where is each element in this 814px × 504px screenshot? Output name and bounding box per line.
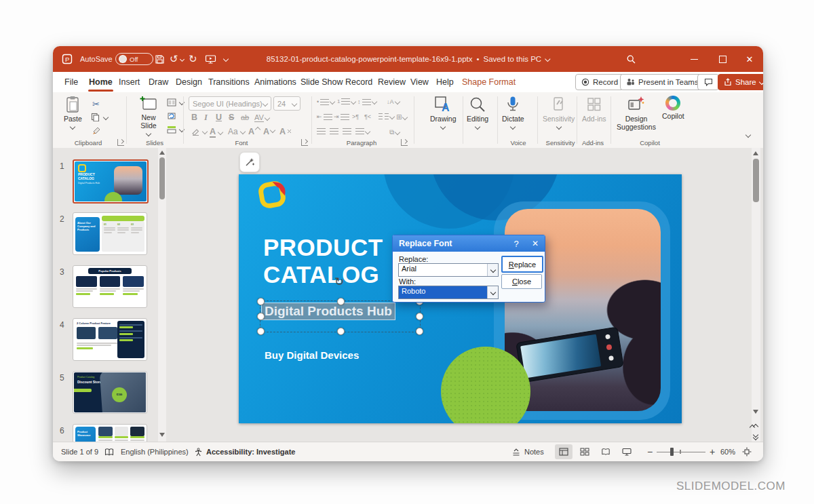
slide-sorter-view-button[interactable] [576, 444, 594, 459]
reset-slide-button[interactable] [167, 112, 176, 120]
zoom-out-button[interactable]: − [647, 442, 653, 461]
slide-logo[interactable] [259, 182, 285, 208]
slide-thumbnail-4[interactable]: 2 Column Product Feature [73, 318, 147, 361]
tab-file[interactable]: File [58, 72, 84, 92]
normal-view-button[interactable] [555, 444, 573, 459]
underline-button[interactable]: U [216, 113, 222, 122]
sensitivity-button[interactable]: Sensitivity [543, 96, 575, 129]
fit-slide-button[interactable] [742, 442, 752, 461]
paragraph-dialog-launcher[interactable] [401, 139, 408, 146]
line-spacing-button[interactable]: ↕ [357, 98, 376, 105]
bold-button[interactable]: B [191, 113, 197, 122]
slide-thumbnail-6[interactable]: Product Showcase [73, 424, 147, 442]
slideshow-view-button[interactable] [618, 444, 636, 459]
resize-handle-top-left[interactable] [257, 298, 265, 305]
slide-thumbnail-2[interactable]: About Our Company and Products 01 02 03 [73, 212, 147, 255]
scroll-up-icon[interactable] [159, 151, 165, 155]
dialog-close-button[interactable] [526, 239, 545, 248]
editor-scrollbar-thumb[interactable] [753, 159, 759, 202]
comments-button[interactable] [697, 74, 719, 90]
replace-button[interactable]: Replace [501, 256, 543, 273]
resize-handle-middle-right[interactable] [416, 313, 423, 320]
editor-scroll-up-icon[interactable] [753, 151, 758, 155]
resize-handle-bottom-left[interactable] [257, 328, 265, 335]
editor-scrollbar[interactable] [752, 148, 760, 442]
chevron-down-icon[interactable] [487, 286, 498, 298]
convert-to-smartart-button[interactable]: ⧉ [389, 128, 400, 136]
replace-font-combobox[interactable]: Arial [398, 263, 499, 277]
align-objects-button[interactable]: ⊞ [396, 113, 407, 121]
design-suggestions-button[interactable]: Design Suggestions [616, 96, 657, 131]
with-font-combobox[interactable]: Roboto [398, 286, 499, 299]
tab-shape-format[interactable]: Shape Format [456, 72, 522, 92]
document-title[interactable]: 85132-01-product-catalog-powerpoint-temp… [267, 46, 549, 72]
font-dialog-launcher[interactable] [301, 139, 308, 146]
justify-button[interactable] [355, 128, 370, 134]
close-button-dialog[interactable]: Close [501, 274, 542, 289]
editor-scroll-down-icon[interactable] [753, 410, 758, 414]
paste-button[interactable]: Paste [64, 96, 82, 129]
zoom-slider-thumb[interactable] [670, 448, 674, 456]
present-in-teams-button[interactable]: Present in Teams [620, 74, 705, 90]
chevron-down-icon[interactable] [487, 264, 498, 276]
slide-thumbnail-5[interactable]: Product Catalog Discount Store $199 [73, 371, 147, 414]
ltr-button[interactable]: >¶ [352, 113, 359, 120]
dictate-button[interactable]: Dictate [502, 96, 524, 129]
search-button[interactable] [626, 46, 636, 72]
designer-button[interactable] [239, 152, 260, 172]
italic-button[interactable]: I [204, 113, 208, 123]
font-family-combobox[interactable]: Segoe UI (Headings) [189, 96, 271, 111]
share-button[interactable]: Share [718, 74, 763, 90]
copy-button[interactable] [91, 113, 108, 121]
font-color-button[interactable]: A [210, 127, 222, 138]
start-slideshow-button[interactable] [205, 46, 216, 72]
increase-font-size-button[interactable]: A [248, 127, 260, 136]
change-case-button[interactable]: Aa [228, 127, 245, 136]
resize-handle-middle-left[interactable] [257, 313, 265, 320]
editing-button[interactable]: Editing [467, 96, 488, 129]
clear-formatting-button[interactable]: A [279, 127, 292, 136]
clipboard-dialog-launcher[interactable] [117, 139, 124, 146]
slide-thumbnail-3[interactable]: Popular Products [73, 265, 147, 308]
format-painter-button[interactable] [92, 126, 101, 135]
quick-access-toolbar-chevron[interactable] [224, 46, 228, 72]
redo-button[interactable]: ↻ [189, 46, 197, 72]
copilot-button[interactable]: Copilot [662, 96, 684, 120]
bullets-button[interactable]: • [317, 98, 334, 105]
save-button[interactable] [155, 46, 165, 72]
maximize-button[interactable] [710, 46, 735, 72]
new-slide-button[interactable]: New Slide [134, 96, 163, 136]
numbering-button[interactable]: 1 [337, 98, 355, 104]
slide-thumbnail-1[interactable]: PRODUCT CATALOG Digital Products Hub [73, 159, 149, 203]
character-spacing-button[interactable]: AV [254, 113, 269, 122]
selected-text[interactable]: Digital Products Hub [262, 303, 395, 319]
selected-textbox[interactable]: Digital Products Hub [260, 301, 421, 332]
align-right-button[interactable] [343, 128, 351, 134]
align-center-button[interactable] [330, 128, 338, 134]
scroll-down-icon[interactable] [159, 433, 165, 437]
collapse-ribbon-chevron[interactable] [746, 133, 750, 137]
reading-view-button[interactable] [597, 444, 615, 459]
spell-check-button[interactable] [104, 442, 114, 461]
slide-title-line2[interactable]: CATALOG [263, 261, 379, 288]
resize-handle-bottom-middle[interactable] [337, 328, 345, 335]
dialog-titlebar[interactable]: Replace Font ? [393, 235, 545, 252]
notes-button[interactable]: Notes [511, 442, 544, 461]
dialog-help-button[interactable]: ? [507, 239, 526, 249]
cut-button[interactable]: ✂ [92, 99, 100, 109]
slide-title-line1[interactable]: PRODUCT [263, 234, 383, 261]
addins-button[interactable]: Add-ins [582, 96, 606, 123]
close-button[interactable] [737, 46, 762, 72]
autosave-toggle[interactable]: Off [115, 46, 153, 72]
zoom-level[interactable]: 60% [720, 442, 735, 461]
accessibility-status[interactable]: Accessibility: Investigate [206, 442, 295, 461]
undo-button[interactable]: ↺ [170, 46, 184, 72]
rtl-button[interactable]: ¶< [364, 113, 371, 120]
resize-handle-bottom-right[interactable] [416, 328, 423, 335]
rotate-handle-icon[interactable]: ↻ [334, 275, 344, 289]
section-button[interactable] [167, 125, 184, 134]
text-highlight-button[interactable] [191, 128, 207, 136]
decrease-font-size-button[interactable]: A [263, 127, 275, 136]
drawing-button[interactable]: A Drawing [430, 96, 457, 129]
increase-indent-button[interactable]: ⇥ [334, 113, 349, 120]
